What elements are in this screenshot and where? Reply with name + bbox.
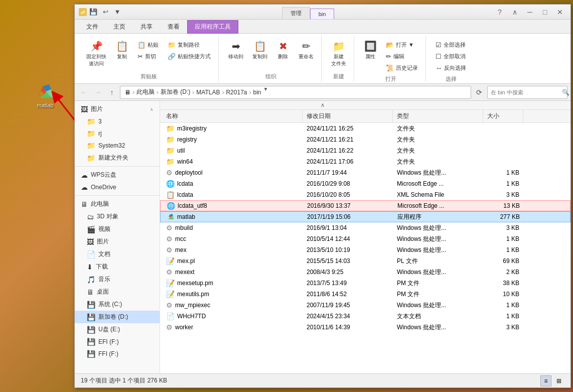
move-to-btn[interactable]: ➡ 移动到 [225,38,247,63]
table-row[interactable]: ⚙mcc 2010/5/14 12:44 Windows 批处理... 1 KB [160,233,570,244]
sidebar-item-new-folder[interactable]: 📁 新建文件夹 [75,152,160,164]
sidebar-item-wps[interactable]: ☁ WPS云盘 [75,169,160,181]
table-row[interactable]: 🌐lcdata 2016/10/29 9:08 Microsoft Edge .… [160,178,570,189]
table-row[interactable]: 📁m3iregistry 2024/11/21 16:25 文件夹 [160,123,570,134]
forward-btn[interactable]: → [92,86,104,98]
new-folder-btn[interactable]: 📁 新建文件夹 [328,38,350,70]
sidebar-item-drive-c[interactable]: 💾 系统 (C:) [75,298,160,311]
search-input[interactable] [491,89,560,95]
tab-view[interactable]: 查看 [160,20,187,33]
table-row[interactable]: 📝mexsetup.pm 2013/7/5 13:49 PM 文件 38 KB [160,278,570,289]
search-box[interactable]: 🔍 [487,86,567,99]
tab-home[interactable]: 主页 [106,20,133,33]
invert-icon: ↔ [436,64,442,72]
paste-btn[interactable]: 📋 粘贴 [134,40,162,50]
window-tab-bin[interactable]: bin [310,9,335,19]
sidebar-item-thispc[interactable]: 🖥 此电脑 [75,198,160,210]
table-row[interactable]: 📁win64 2024/11/21 17:06 文件夹 [160,156,570,167]
edit-btn[interactable]: ✏ 编辑 [382,51,421,62]
help-btn[interactable]: ? [493,7,506,17]
sidebar-item-3dobjects[interactable]: 🗂 3D 对象 [75,210,160,223]
path-bin[interactable]: bin [253,89,261,96]
sidebar-item-system32[interactable]: 📁 System32 [75,140,160,152]
table-row[interactable]: ⚙mbuild 2016/9/1 13:04 Windows 批处理... 3 … [160,222,570,233]
qat-save-btn[interactable]: 💾 [88,7,99,18]
qat-dropdown-btn[interactable]: ▼ [112,7,123,18]
sidebar-item-drive-e[interactable]: 💾 U盘 (E:) [75,323,160,336]
collapse-ribbon-btn[interactable]: ∧ [508,7,521,17]
sidebar-item-pictures[interactable]: 🖼 图片 [75,235,160,248]
sidebar-item-music[interactable]: 🎵 音乐 [75,273,160,286]
pl-icon: 📝 [166,257,175,265]
detail-view-btn[interactable]: ⊞ [553,375,564,386]
address-path-box[interactable]: 🖥 › 此电脑 › 新加卷 (D:) › MATLAB › R2017a › b… [120,86,471,99]
properties-btn[interactable]: 🔲 属性 [360,38,380,63]
cut-btn[interactable]: ✂ 剪切 [134,51,162,62]
sidebar-item-pictures-pinned[interactable]: 🖼 图片 ∧ [75,103,160,115]
path-drive[interactable]: 新加卷 (D:) [161,88,190,96]
select-all-btn[interactable]: ☑ 全部选择 [432,40,470,50]
copy-path-btn[interactable]: 📁 复制路径 [164,40,214,50]
delete-btn[interactable]: ✖ 删除 [273,38,293,63]
table-row[interactable]: matlab 2017/1/19 15:06 应用程序 277 KB [160,211,570,222]
sidebar-item-videos[interactable]: 🎬 视频 [75,223,160,235]
header-size[interactable]: 大小 [483,110,523,122]
sidebar-item-downloads[interactable]: ⬇ 下载 [75,260,160,273]
rename-btn[interactable]: ✏ 重命名 [295,38,317,63]
table-row[interactable]: ⚙deploytool 2011/1/7 19:44 Windows 批处理..… [160,167,570,178]
title-bar-left: 📁 💾 ↩ ▼ [79,7,123,18]
minimize-btn[interactable]: ─ [523,7,536,17]
path-matlab[interactable]: MATLAB [196,89,220,96]
table-row[interactable]: 📁registry 2024/11/21 16:21 文件夹 [160,134,570,145]
sidebar-item-drive-ffi[interactable]: 💾 FFI (F:) [75,348,160,360]
path-icon: 🖥 [124,89,130,96]
path-r2017a[interactable]: R2017a [226,89,247,96]
drive-ffi-icon: 💾 [87,350,95,358]
tab-file[interactable]: 文件 [79,20,106,33]
back-btn[interactable]: ← [78,86,90,98]
sidebar-item-rj[interactable]: 📁 rj [75,127,160,140]
table-row[interactable]: ⚙mexext 2008/4/3 9:25 Windows 批处理... 2 K… [160,267,570,278]
table-row[interactable]: 📋lcdata 2016/10/20 8:05 XML Schema File … [160,189,570,200]
sidebar-item-drive-f[interactable]: 💾 EFI (F:) [75,336,160,348]
header-type[interactable]: 类型 [393,110,483,122]
matlab-desktop-icon[interactable]: matlab [28,80,63,108]
tab-share[interactable]: 共享 [133,20,160,33]
maximize-btn[interactable]: □ [538,7,551,17]
path-dropdown-btn[interactable]: ▼ [263,86,271,98]
copy-btn[interactable]: 📋 复制 [112,38,132,63]
deselect-all-btn[interactable]: ☐ 全部取消 [432,51,470,62]
new-label: 新建 [328,71,350,81]
ribbon-group-organize: ➡ 移动到 📋 复制到 ✖ 删除 ✏ 重命名 [221,36,322,81]
open-btn[interactable]: 📂 打开 ▼ [382,40,421,50]
header-name[interactable]: 名称 [162,110,303,122]
window-tab-manage[interactable]: 管理 [282,7,310,19]
table-row[interactable]: ⚙worker 2010/11/6 14:39 Windows 批处理... 3… [160,322,570,333]
sidebar-item-3[interactable]: 📁 3 [75,115,160,127]
table-row[interactable]: 📝mexutils.pm 2011/8/6 14:52 PM 文件 10 KB [160,289,570,300]
table-row[interactable]: 🌐lcdata_utf8 2016/9/30 13:37 Microsoft E… [160,200,570,211]
table-row[interactable]: ⚙mex 2013/5/10 10:19 Windows 批处理... 1 KB [160,244,570,255]
sidebar-item-onedrive[interactable]: ☁ OneDrive [75,181,160,193]
refresh-btn[interactable]: ⟳ [473,86,485,98]
table-row[interactable]: 📁util 2024/11/21 16:22 文件夹 [160,145,570,156]
status-bar: 19 个项目 选中 1 个项目 276 KB ≡ ⊞ [75,373,570,387]
table-row[interactable]: 📄WHcH7TD 2024/4/15 23:34 文本文档 1 KB [160,311,570,322]
pin-to-quick-access-btn[interactable]: 📌 固定到快速访问 [83,38,110,70]
sidebar-item-documents[interactable]: 📄 文档 [75,248,160,260]
paste-shortcut-btn[interactable]: 🔗 粘贴快捷方式 [164,51,214,62]
header-date[interactable]: 修改日期 [303,110,393,122]
qat-undo-btn[interactable]: ↩ [100,7,111,18]
close-btn[interactable]: ✕ [553,7,566,17]
table-row[interactable]: ⚙mw_mpiexec 2007/11/9 19:45 Windows 批处理.… [160,300,570,311]
invert-selection-btn[interactable]: ↔ 反向选择 [432,63,470,73]
sidebar-item-drive-d[interactable]: 💾 新加卷 (D:) [75,311,160,323]
path-thispc[interactable]: 此电脑 [136,88,155,96]
copy-to-btn[interactable]: 📋 复制到 [249,38,271,63]
tab-app-tools[interactable]: 应用程序工具 [187,20,238,34]
up-btn[interactable]: ↑ [106,86,118,98]
history-btn[interactable]: 📜 历史记录 [382,63,421,73]
sidebar-item-desktop[interactable]: 🖥 桌面 [75,286,160,298]
list-view-btn[interactable]: ≡ [540,375,551,386]
table-row[interactable]: 📝mex.pl 2015/5/15 14:03 PL 文件 69 KB [160,255,570,267]
